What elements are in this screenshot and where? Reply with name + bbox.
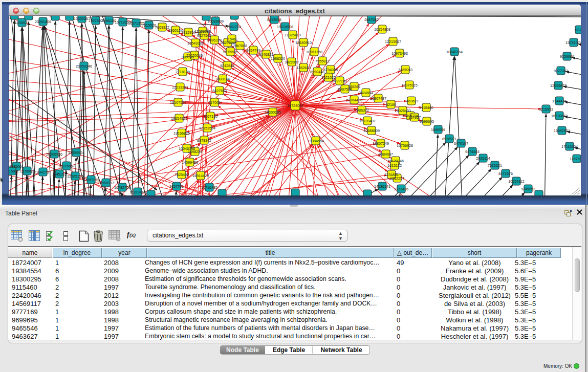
- svg-text:12353594: 12353594: [199, 126, 215, 130]
- svg-text:12213383: 12213383: [172, 85, 188, 90]
- svg-text:15716485: 15716485: [201, 185, 217, 190]
- svg-text:6794028: 6794028: [323, 68, 338, 72]
- svg-text:10807487: 10807487: [370, 96, 386, 101]
- svg-text:16914479: 16914479: [192, 173, 209, 178]
- svg-text:20975667: 20975667: [58, 164, 75, 168]
- svg-text:1498223: 1498223: [188, 149, 202, 154]
- svg-text:8990448: 8990448: [310, 70, 324, 74]
- svg-text:1588520: 1588520: [271, 56, 285, 61]
- svg-text:10688609: 10688609: [363, 128, 380, 133]
- svg-text:8938921: 8938921: [442, 137, 456, 141]
- svg-text:12213967: 12213967: [385, 39, 401, 44]
- svg-text:9699695: 9699695: [420, 119, 434, 124]
- svg-text:6466160: 6466160: [102, 18, 116, 23]
- svg-text:12975115: 12975115: [401, 83, 417, 87]
- svg-text:16107554: 16107554: [170, 100, 186, 105]
- svg-text:22420046: 22420046: [186, 53, 203, 58]
- svg-text:1405571: 1405571: [15, 20, 29, 25]
- svg-text:10961758: 10961758: [306, 50, 322, 54]
- svg-text:10653267: 10653267: [74, 16, 90, 21]
- svg-text:16543382: 16543382: [187, 41, 204, 46]
- svg-text:17016504: 17016504: [561, 144, 578, 149]
- svg-text:15751074: 15751074: [565, 40, 581, 45]
- svg-text:9245652: 9245652: [521, 187, 535, 191]
- svg-text:2718129: 2718129: [176, 70, 190, 74]
- svg-text:7986372: 7986372: [355, 108, 369, 113]
- svg-text:62160: 62160: [386, 102, 396, 107]
- svg-text:3912954: 3912954: [181, 30, 195, 35]
- svg-text:7625402: 7625402: [175, 172, 189, 177]
- svg-text:12093873: 12093873: [550, 83, 567, 88]
- svg-text:16033809: 16033809: [207, 19, 224, 24]
- svg-text:3215953: 3215953: [539, 107, 553, 112]
- svg-text:8186328: 8186328: [207, 38, 222, 42]
- svg-text:17359924: 17359924: [68, 150, 84, 155]
- svg-text:6479197: 6479197: [454, 141, 468, 146]
- svg-text:7955812: 7955812: [315, 59, 330, 63]
- svg-text:9857791: 9857791: [169, 184, 184, 189]
- svg-text:417006: 417006: [208, 100, 221, 105]
- svg-text:11325419: 11325419: [285, 33, 300, 37]
- svg-text:8878342: 8878342: [197, 138, 211, 143]
- svg-text:16154808: 16154808: [374, 27, 390, 32]
- svg-text:11156829: 11156829: [19, 169, 35, 173]
- svg-text:1167531: 1167531: [570, 157, 581, 161]
- svg-text:11923446: 11923446: [129, 190, 145, 194]
- svg-text:14136141: 14136141: [374, 184, 390, 189]
- svg-text:18300295: 18300295: [265, 110, 281, 115]
- svg-text:8427552: 8427552: [212, 89, 227, 93]
- svg-text:2935114: 2935114: [476, 156, 490, 161]
- svg-text:1615132: 1615132: [387, 163, 402, 168]
- svg-text:20691406: 20691406: [35, 19, 51, 24]
- svg-text:20364436: 20364436: [346, 98, 362, 102]
- svg-text:9329966: 9329966: [560, 54, 574, 59]
- svg-text:5875685: 5875685: [223, 50, 237, 54]
- svg-text:2803144: 2803144: [215, 77, 230, 81]
- svg-text:6497568: 6497568: [338, 87, 352, 92]
- svg-text:9327503: 9327503: [197, 33, 211, 38]
- svg-text:9084067: 9084067: [379, 152, 393, 157]
- svg-text:1244415: 1244415: [552, 99, 567, 103]
- svg-text:18807249: 18807249: [373, 141, 389, 146]
- svg-text:12942737: 12942737: [35, 170, 51, 174]
- svg-text:1885061: 1885061: [9, 164, 24, 169]
- svg-text:19654925: 19654925: [171, 116, 187, 121]
- svg-text:16782759: 16782759: [114, 185, 130, 190]
- svg-text:10648764: 10648764: [446, 50, 463, 54]
- svg-text:20206536: 20206536: [46, 152, 62, 157]
- svg-text:7663822: 7663822: [155, 25, 169, 30]
- svg-text:10654112: 10654112: [508, 179, 524, 184]
- svg-text:11123: 11123: [575, 28, 581, 32]
- svg-text:14099489: 14099489: [182, 160, 198, 165]
- svg-text:18640910: 18640910: [295, 40, 312, 45]
- svg-text:8813054: 8813054: [267, 17, 281, 22]
- svg-text:18724007: 18724007: [287, 103, 303, 108]
- svg-text:9227343: 9227343: [554, 69, 568, 73]
- svg-text:10756928: 10756928: [397, 143, 413, 148]
- svg-text:20053346: 20053346: [76, 64, 92, 69]
- svg-text:12505135: 12505135: [67, 174, 83, 179]
- svg-text:7515526: 7515526: [142, 23, 156, 28]
- svg-text:8960124: 8960124: [168, 28, 183, 33]
- svg-text:1362615: 1362615: [296, 65, 311, 70]
- svg-text:1145193: 1145193: [52, 172, 66, 177]
- svg-text:7485063: 7485063: [398, 68, 412, 72]
- svg-text:134957: 134957: [408, 115, 421, 120]
- svg-text:8471676: 8471676: [498, 171, 513, 176]
- svg-text:2687682: 2687682: [364, 17, 379, 22]
- svg-text:1640956: 1640956: [431, 127, 445, 132]
- svg-text:3624554: 3624554: [359, 91, 373, 95]
- svg-text:1733426: 1733426: [394, 187, 408, 191]
- svg-text:1546: 1546: [228, 37, 236, 41]
- svg-text:9242848: 9242848: [220, 63, 234, 68]
- svg-text:8454749: 8454749: [246, 48, 260, 53]
- svg-text:9115460: 9115460: [419, 105, 433, 110]
- svg-text:3822037: 3822037: [285, 60, 299, 64]
- svg-text:1234851: 1234851: [384, 172, 399, 177]
- svg-text:1527602: 1527602: [89, 18, 103, 23]
- svg-text:2967608: 2967608: [233, 43, 247, 48]
- svg-text:3267130: 3267130: [203, 114, 217, 119]
- svg-text:9777169: 9777169: [333, 79, 347, 83]
- svg-text:15720407: 15720407: [359, 119, 376, 123]
- svg-text:15692901: 15692901: [554, 128, 570, 133]
